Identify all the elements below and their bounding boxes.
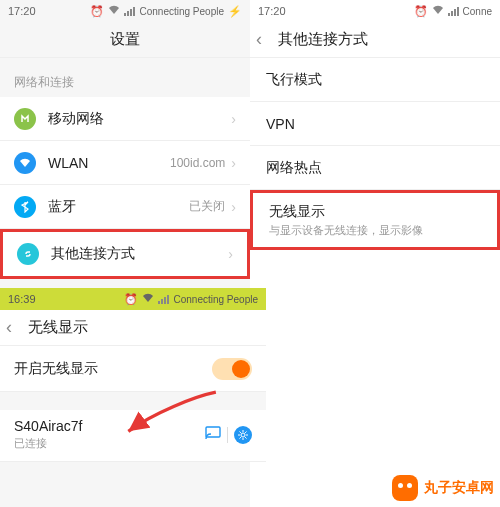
back-button[interactable]: ‹ xyxy=(6,310,12,345)
watermark-text: 丸子安卓网 xyxy=(424,479,494,497)
device-name: S40Airac7f xyxy=(14,418,205,434)
page-title: 其他连接方式 xyxy=(278,30,368,49)
mobile-data-icon xyxy=(14,108,36,130)
status-bar-left: 17:20 ⏰ Connecting People ⚡ xyxy=(0,0,250,22)
row-vpn[interactable]: VPN xyxy=(250,102,500,146)
carrier-label: Connecting People xyxy=(139,6,224,17)
row-value: 100id.com xyxy=(170,156,225,170)
row-label: 网络热点 xyxy=(266,159,484,177)
watermark: 丸子安卓网 xyxy=(392,475,494,501)
charging-icon: ⚡ xyxy=(228,5,242,18)
carrier-label: Conne xyxy=(463,6,492,17)
row-label: 移动网络 xyxy=(48,110,231,128)
row-mobile-network[interactable]: 移动网络 › xyxy=(0,97,250,141)
row-label: 其他连接方式 xyxy=(51,245,228,263)
status-time: 17:20 xyxy=(258,5,286,17)
bluetooth-icon xyxy=(14,196,36,218)
chevron-right-icon: › xyxy=(231,199,236,215)
highlight-box-wireless-display: 无线显示 与显示设备无线连接，显示影像 xyxy=(250,190,500,250)
device-state: 已连接 xyxy=(14,436,205,451)
status-time: 17:20 xyxy=(8,5,36,17)
status-indicators: ⏰ Connecting People xyxy=(124,293,258,306)
alarm-icon: ⏰ xyxy=(90,5,104,18)
chevron-right-icon: › xyxy=(231,155,236,171)
wifi-icon xyxy=(432,5,444,17)
signal-icon xyxy=(124,6,135,16)
gear-icon[interactable] xyxy=(234,426,252,444)
status-indicators: ⏰ Connecting People ⚡ xyxy=(90,5,242,18)
nav-bar-wd: ‹ 无线显示 xyxy=(0,310,266,346)
chevron-right-icon: › xyxy=(228,246,233,262)
row-enable-wireless-display[interactable]: 开启无线显示 xyxy=(0,346,266,392)
wifi-icon xyxy=(142,293,154,305)
wifi-icon xyxy=(14,152,36,174)
highlight-box-other-connections: 其他连接方式 › xyxy=(0,229,250,279)
row-label: VPN xyxy=(266,116,484,132)
link-icon xyxy=(17,243,39,265)
signal-icon xyxy=(448,6,459,16)
row-value: 已关闭 xyxy=(189,198,225,215)
device-row[interactable]: S40Airac7f 已连接 xyxy=(0,410,266,462)
row-wireless-display[interactable]: 无线显示 与显示设备无线连接，显示影像 xyxy=(253,193,497,247)
signal-icon xyxy=(158,294,169,304)
toggle-switch[interactable] xyxy=(212,358,252,380)
svg-rect-0 xyxy=(206,427,220,437)
carrier-label: Connecting People xyxy=(173,294,258,305)
alarm-icon: ⏰ xyxy=(414,5,428,18)
page-title: 无线显示 xyxy=(28,318,88,337)
nav-bar-settings: 设置 xyxy=(0,22,250,58)
row-wlan[interactable]: WLAN 100id.com › xyxy=(0,141,250,185)
row-label: 蓝牙 xyxy=(48,198,189,216)
svg-point-1 xyxy=(241,433,245,437)
status-bar-3: 16:39 ⏰ Connecting People xyxy=(0,288,266,310)
row-other-connections[interactable]: 其他连接方式 › xyxy=(3,232,247,276)
wifi-icon xyxy=(108,5,120,17)
row-bluetooth[interactable]: 蓝牙 已关闭 › xyxy=(0,185,250,229)
section-label-network: 网络和连接 xyxy=(0,58,250,97)
nav-bar-other-conn: ‹ 其他连接方式 xyxy=(250,22,500,58)
status-time: 16:39 xyxy=(8,293,36,305)
action-divider xyxy=(227,427,228,443)
row-label: 飞行模式 xyxy=(266,71,484,89)
status-bar-right: 17:20 ⏰ Conne xyxy=(250,0,500,22)
screen-wireless-display: 16:39 ⏰ Connecting People ‹ 无线显示 开启无线显示 … xyxy=(0,288,266,462)
status-indicators: ⏰ Conne xyxy=(414,5,492,18)
row-label: 无线显示 xyxy=(269,203,481,221)
row-airplane-mode[interactable]: 飞行模式 xyxy=(250,58,500,102)
row-label: 开启无线显示 xyxy=(14,360,212,378)
back-button[interactable]: ‹ xyxy=(256,22,262,57)
row-hotspot[interactable]: 网络热点 xyxy=(250,146,500,190)
watermark-logo-icon xyxy=(392,475,418,501)
cast-icon[interactable] xyxy=(205,426,221,443)
row-subtitle: 与显示设备无线连接，显示影像 xyxy=(269,223,481,238)
row-label: WLAN xyxy=(48,155,170,171)
page-title: 设置 xyxy=(110,30,140,49)
chevron-right-icon: › xyxy=(231,111,236,127)
alarm-icon: ⏰ xyxy=(124,293,138,306)
